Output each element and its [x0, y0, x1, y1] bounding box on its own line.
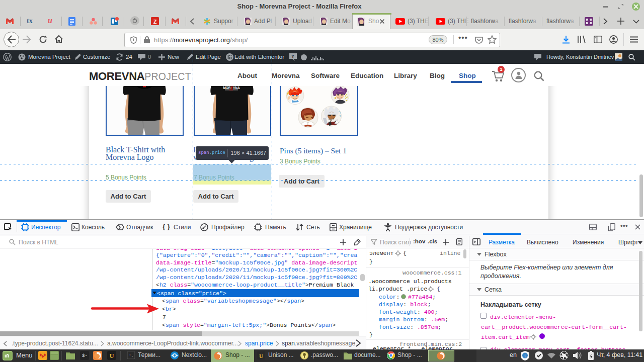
svg-text:$-: $-: [82, 353, 88, 358]
svg-text:MOREVNA: MOREVNA: [223, 86, 240, 89]
svg-text:U: U: [110, 352, 114, 359]
svg-text:'-: '-: [129, 353, 134, 358]
svg-text:U: U: [259, 353, 263, 359]
svg-text:Y: Y: [291, 54, 294, 59]
svg-text:Z: Z: [153, 19, 157, 25]
